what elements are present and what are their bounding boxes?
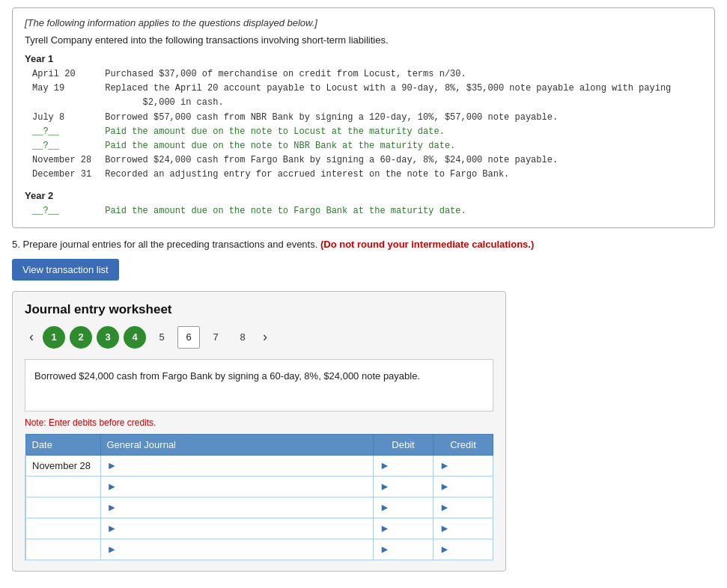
date-cell: November 28 xyxy=(25,455,100,476)
credit-input[interactable] xyxy=(453,502,487,513)
journal-cell[interactable]: ► xyxy=(100,497,374,518)
journal-input[interactable] xyxy=(120,523,367,534)
cell-arrow-icon: ► xyxy=(380,459,390,471)
page-btn-1[interactable]: 1 xyxy=(43,326,65,349)
question-text: Prepare journal entries for all the prec… xyxy=(22,239,317,250)
intro-text: Tyrell Company entered into the followin… xyxy=(25,34,702,46)
note-text: Note: Enter debits before credits. xyxy=(25,417,493,428)
journal-input[interactable] xyxy=(120,544,367,555)
journal-table: Date General Journal Debit Credit Novemb… xyxy=(25,434,493,560)
debit-cell[interactable]: ► xyxy=(374,518,434,539)
view-transaction-list-button[interactable]: View transaction list xyxy=(12,259,119,281)
credit-input[interactable] xyxy=(453,460,487,471)
nav-left-arrow[interactable]: ‹ xyxy=(25,328,38,346)
date-cell xyxy=(25,539,100,560)
credit-cell[interactable]: ► xyxy=(434,455,493,476)
worksheet-title: Journal entry worksheet xyxy=(25,302,493,317)
page-btn-6[interactable]: 6 xyxy=(177,326,200,349)
cell-arrow-icon: ► xyxy=(107,480,118,492)
debit-cell[interactable]: ► xyxy=(374,455,434,476)
page-btn-8[interactable]: 8 xyxy=(231,326,254,349)
credit-cell[interactable]: ► xyxy=(434,518,493,539)
date-cell xyxy=(25,497,100,518)
page-btn-5[interactable]: 5 xyxy=(150,326,173,349)
journal-input[interactable] xyxy=(120,460,367,471)
table-row: ► ► ► xyxy=(25,497,493,518)
credit-cell[interactable]: ► xyxy=(434,476,493,497)
journal-cell[interactable]: ► xyxy=(100,539,374,560)
cell-arrow-icon: ► xyxy=(439,459,450,471)
question-line: 5. Prepare journal entries for all the p… xyxy=(12,239,715,250)
cell-arrow-icon: ► xyxy=(439,522,450,534)
transaction-row: __?__ Paid the amount due on the note to… xyxy=(32,139,702,153)
credit-input[interactable] xyxy=(453,544,487,555)
table-row: ► ► ► xyxy=(25,476,493,497)
table-row: ► ► ► xyxy=(25,539,493,560)
cell-arrow-icon: ► xyxy=(107,543,118,555)
debit-input[interactable] xyxy=(393,544,427,555)
year1-label: Year 1 xyxy=(25,53,702,64)
transaction-row: November 28 Borrowed $24,000 cash from F… xyxy=(32,153,702,168)
journal-input[interactable] xyxy=(120,502,367,513)
transaction-row: $2,000 in cash. xyxy=(32,96,702,110)
col-header-journal: General Journal xyxy=(100,434,374,455)
cell-arrow-icon: ► xyxy=(380,501,390,513)
col-header-credit: Credit xyxy=(434,434,493,455)
transaction-row: __?__ Paid the amount due on the note to… xyxy=(32,204,702,218)
journal-input[interactable] xyxy=(120,481,367,492)
transaction-row: July 8 Borrowed $57,000 cash from NBR Ba… xyxy=(32,111,702,125)
transaction-row: April 20 Purchased $37,000 of merchandis… xyxy=(32,67,702,82)
debit-input[interactable] xyxy=(393,481,427,492)
transaction-row: __?__ Paid the amount due on the note to… xyxy=(32,125,702,139)
cell-arrow-icon: ► xyxy=(380,480,390,492)
table-row: ► ► ► xyxy=(25,518,493,539)
journal-cell[interactable]: ► xyxy=(100,455,374,476)
credit-cell[interactable]: ► xyxy=(434,497,493,518)
year2-label: Year 2 xyxy=(25,190,702,201)
transaction-row: December 31 Recorded an adjusting entry … xyxy=(32,168,702,182)
journal-entry-worksheet: Journal entry worksheet ‹ 1 2 3 4 5 6 7 … xyxy=(12,291,506,572)
worksheet-nav: ‹ 1 2 3 4 5 6 7 8 › xyxy=(25,326,493,349)
date-cell xyxy=(25,518,100,539)
italic-header: [The following information applies to th… xyxy=(25,17,702,28)
debit-input[interactable] xyxy=(393,523,427,534)
debit-input[interactable] xyxy=(393,460,427,471)
page-btn-3[interactable]: 3 xyxy=(97,326,119,349)
journal-cell[interactable]: ► xyxy=(100,518,374,539)
credit-input[interactable] xyxy=(453,523,487,534)
cell-arrow-icon: ► xyxy=(439,501,450,513)
question-bold-red: (Do not round your intermediate calculat… xyxy=(320,239,534,250)
nav-right-arrow[interactable]: › xyxy=(258,328,272,346)
debit-cell[interactable]: ► xyxy=(374,476,434,497)
date-cell xyxy=(25,476,100,497)
credit-input[interactable] xyxy=(453,481,487,492)
cell-arrow-icon: ► xyxy=(380,543,390,555)
cell-arrow-icon: ► xyxy=(107,459,118,471)
transactions-year2: __?__ Paid the amount due on the note to… xyxy=(32,204,702,218)
credit-cell[interactable]: ► xyxy=(434,539,493,560)
transaction-row: May 19 Replaced the April 20 account pay… xyxy=(32,82,702,96)
question-number: 5. xyxy=(12,239,20,250)
journal-cell[interactable]: ► xyxy=(100,476,374,497)
col-header-debit: Debit xyxy=(374,434,434,455)
debit-cell[interactable]: ► xyxy=(374,497,434,518)
transactions-year1: April 20 Purchased $37,000 of merchandis… xyxy=(32,67,702,183)
cell-arrow-icon: ► xyxy=(107,501,118,513)
transaction-description: Borrowed $24,000 cash from Fargo Bank by… xyxy=(25,359,493,411)
cell-arrow-icon: ► xyxy=(107,522,118,534)
page-btn-4[interactable]: 4 xyxy=(124,326,146,349)
col-header-date: Date xyxy=(25,434,100,455)
table-row: November 28 ► ► ► xyxy=(25,455,493,476)
debit-cell[interactable]: ► xyxy=(374,539,434,560)
info-box: [The following information applies to th… xyxy=(12,7,715,228)
debit-input[interactable] xyxy=(393,502,427,513)
cell-arrow-icon: ► xyxy=(439,543,450,555)
cell-arrow-icon: ► xyxy=(439,480,450,492)
page-btn-2[interactable]: 2 xyxy=(70,326,92,349)
cell-arrow-icon: ► xyxy=(380,522,390,534)
page-btn-7[interactable]: 7 xyxy=(204,326,227,349)
